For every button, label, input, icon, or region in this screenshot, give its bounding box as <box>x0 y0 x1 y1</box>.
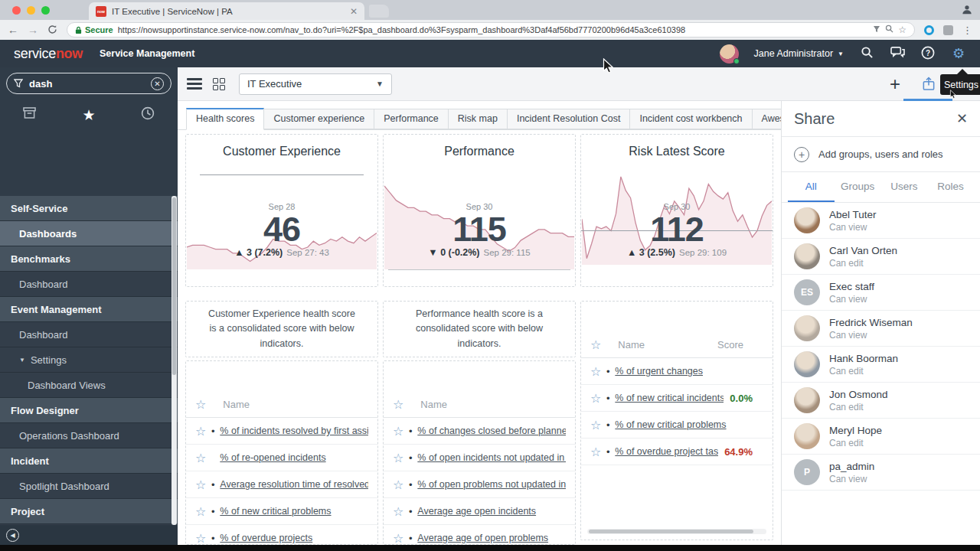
indicator-link[interactable]: % of open problems not updated in last 3… <box>417 479 566 490</box>
gear-icon[interactable]: ⚙ <box>951 45 966 62</box>
star-icon[interactable]: ☆ <box>393 397 403 412</box>
address-bar[interactable]: Secure https://nowsupportinstance.servic… <box>67 22 915 37</box>
share-user-row[interactable]: Ppa_adminCan view <box>782 455 980 491</box>
tab-incident-resolution-cost[interactable]: Incident Resolution Cost <box>507 109 631 129</box>
star-icon[interactable]: ☆ <box>590 391 601 406</box>
sidebar-section-project[interactable]: Project <box>0 499 178 524</box>
share-tab-all[interactable]: All <box>788 172 835 202</box>
indicator-link[interactable]: % of re-opened incidents <box>220 452 368 463</box>
indicator-link[interactable]: Average age of open problems <box>417 533 566 543</box>
indicator-link[interactable]: % of overdue project tasks <box>615 446 718 457</box>
indicator-link[interactable]: Average age open incidents <box>417 506 566 517</box>
browser-tab[interactable]: now IT Executive | ServiceNow | PA ✕ <box>89 2 364 20</box>
share-tab-users[interactable]: Users <box>881 172 928 202</box>
share-user-row[interactable]: Jon OsmondCan edit <box>782 383 980 419</box>
zoom-window-button[interactable] <box>41 6 50 15</box>
dashboard-picker[interactable]: IT Executive ▼ <box>239 73 392 95</box>
star-icon[interactable]: ☆ <box>590 337 601 352</box>
secure-badge[interactable]: Secure <box>75 25 113 34</box>
sidebar-item-settings[interactable]: ▼Settings <box>0 347 178 373</box>
tab-risk-map[interactable]: Risk map <box>448 109 508 129</box>
tab-performance[interactable]: Performance <box>374 109 449 129</box>
sidebar-item-operations-dashboard[interactable]: Operations Dashboard <box>0 423 178 448</box>
horizontal-scrollbar[interactable] <box>587 529 766 534</box>
tab-health-scores[interactable]: Health scores <box>186 108 264 130</box>
star-icon[interactable]: ☆ <box>195 531 206 546</box>
window-controls[interactable] <box>12 6 50 15</box>
extension-icon-gray[interactable] <box>943 25 953 35</box>
share-user-row[interactable]: Carl Van OrtenCan edit <box>782 239 980 275</box>
share-tab-roles[interactable]: Roles <box>927 172 974 202</box>
back-icon[interactable]: ← <box>8 24 18 35</box>
star-icon[interactable]: ☆ <box>195 424 206 439</box>
help-icon[interactable]: ? <box>920 46 936 62</box>
sidebar-item-dashboard[interactable]: Dashboard <box>0 272 178 297</box>
star-icon[interactable]: ☆ <box>393 424 403 439</box>
zoom-icon[interactable] <box>885 24 893 35</box>
star-icon[interactable]: ☆ <box>393 451 403 465</box>
sidebar-item-dashboard[interactable]: Dashboard <box>0 322 178 347</box>
clear-filter-icon[interactable]: ✕ <box>151 77 164 90</box>
indicator-link[interactable]: % of incidents resolved by first assigne… <box>220 425 368 436</box>
performance-scorecard[interactable]: Performance Sep 30 115 ▼ 0 (-0.2%)Sep 29… <box>383 134 576 287</box>
sidebar-section-benchmarks[interactable]: Benchmarks <box>0 246 178 272</box>
sidebar-item-dashboard-views[interactable]: Dashboard Views <box>0 373 178 398</box>
star-icon[interactable]: ☆ <box>590 364 601 379</box>
indicator-link[interactable]: % of new critical incidents <box>615 393 724 403</box>
sidebar-section-event-management[interactable]: Event Management <box>0 297 178 322</box>
indicator-link[interactable]: % of urgent changes <box>615 366 763 377</box>
sidebar-scrollbar[interactable] <box>172 196 177 525</box>
indicator-link[interactable]: % of open incidents not updated in last … <box>417 452 566 463</box>
risk-latest-score-scorecard[interactable]: Risk Latest Score Sep 30 112 ▲ 3 (2.5%)S… <box>580 134 773 287</box>
dashboard-grid-icon[interactable] <box>213 78 225 90</box>
tab-customer-experience[interactable]: Customer experience <box>263 109 374 129</box>
share-tab-groups[interactable]: Groups <box>835 172 881 202</box>
reload-icon[interactable] <box>47 24 57 36</box>
share-user-row[interactable]: Meryl HopeCan edit <box>782 419 980 455</box>
sidebar-section-self-service[interactable]: Self-Service <box>0 196 178 221</box>
chat-icon[interactable] <box>890 46 905 61</box>
star-icon[interactable]: ☆ <box>195 451 206 465</box>
star-icon[interactable]: ☆ <box>590 418 601 432</box>
star-icon[interactable]: ☆ <box>195 478 206 492</box>
navigator-filter-input[interactable]: dash ✕ <box>6 73 172 94</box>
star-icon[interactable]: ☆ <box>590 445 601 459</box>
add-groups-users-roles-button[interactable]: + Add groups, users and roles <box>782 137 980 172</box>
search-icon[interactable] <box>859 46 874 61</box>
forward-icon[interactable]: → <box>28 24 38 35</box>
indicator-link[interactable]: Average resolution time of resolved inci… <box>220 479 368 490</box>
close-window-button[interactable] <box>12 6 21 15</box>
history-clock-icon[interactable] <box>119 106 178 123</box>
minimize-window-button[interactable] <box>27 6 35 15</box>
profile-icon[interactable] <box>962 4 972 17</box>
share-user-row[interactable]: Hank BoormanCan edit <box>782 347 980 383</box>
menu-hamburger-icon[interactable] <box>187 78 202 90</box>
share-user-row[interactable]: Fredrick WisemanCan view <box>782 311 980 347</box>
user-avatar[interactable] <box>720 44 739 64</box>
share-user-row[interactable]: ESExec staffCan view <box>782 275 980 311</box>
tab-close-icon[interactable]: ✕ <box>350 6 358 17</box>
indicator-link[interactable]: % of new critical problems <box>615 419 763 430</box>
share-button[interactable] <box>922 67 936 101</box>
indicator-link[interactable]: % of new critical problems <box>220 506 368 517</box>
customer-experience-scorecard[interactable]: Customer Experience Sep 28 46 ▲ 3 (7.2%)… <box>185 134 378 287</box>
sidebar-section-incident[interactable]: Incident <box>0 448 178 474</box>
indicator-link[interactable]: % of changes closed before planned end d… <box>417 425 566 436</box>
star-icon[interactable]: ☆ <box>195 397 206 412</box>
star-icon[interactable]: ☆ <box>393 478 403 492</box>
new-tab-button[interactable] <box>369 5 389 18</box>
user-menu[interactable]: Jane Administrator▼ <box>754 48 844 59</box>
indicator-link[interactable]: % of overdue projects <box>220 533 368 543</box>
all-applications-icon[interactable] <box>0 107 59 122</box>
sidebar-item-dashboards[interactable]: Dashboards <box>0 221 178 246</box>
add-widget-button[interactable]: + <box>890 75 900 93</box>
bookmark-star-icon[interactable]: ☆ <box>898 24 906 35</box>
star-icon[interactable]: ☆ <box>393 531 403 546</box>
extension-icon-blue[interactable] <box>924 25 934 35</box>
star-icon[interactable]: ☆ <box>195 504 206 519</box>
favorites-star-icon[interactable]: ★ <box>59 106 118 124</box>
sidebar-section-flow-designer[interactable]: Flow Designer <box>0 398 178 423</box>
share-user-row[interactable]: Abel TuterCan view <box>782 203 980 239</box>
browser-menu-icon[interactable]: ⋮ <box>962 24 972 36</box>
funnel-icon[interactable] <box>873 24 880 35</box>
